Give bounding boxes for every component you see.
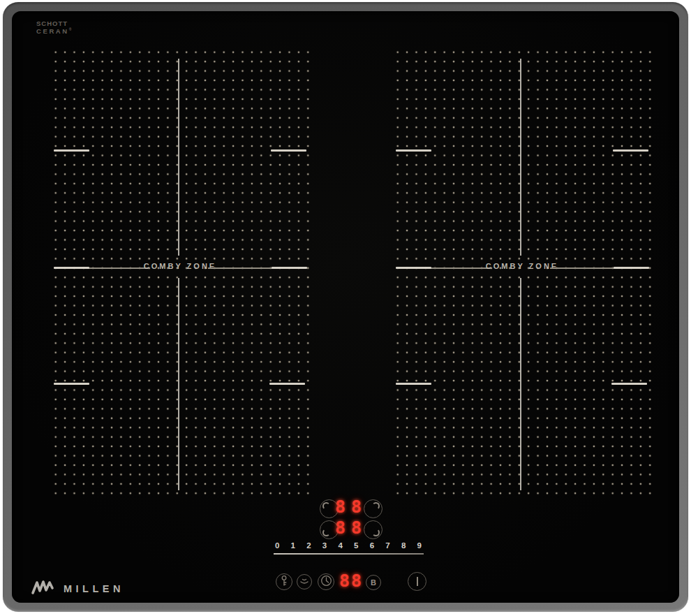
- cooking-zone-left: [49, 45, 311, 497]
- zone-divider-line: [178, 278, 179, 490]
- pot-position-mark: [269, 383, 305, 385]
- pot-position-mark: [54, 267, 89, 269]
- power-slider-digit-7[interactable]: 7: [385, 541, 389, 550]
- power-slider-digit-2[interactable]: 2: [306, 541, 311, 550]
- power-slider-digit-0[interactable]: 0: [275, 541, 279, 550]
- zone-corner-arc-icon: [322, 529, 330, 536]
- pot-position-mark: [272, 267, 307, 269]
- timer-button[interactable]: [318, 573, 334, 590]
- product-photo: SCHOTT CERAN® COMBY ZONE COMBY ZONE 8 8 …: [0, 0, 698, 616]
- pot-position-mark: [54, 383, 89, 385]
- zone-select-rear-right-button[interactable]: [364, 499, 383, 518]
- zone-divider-line: [178, 59, 179, 256]
- pot-position-mark: [614, 267, 649, 269]
- power-slider-digit-9[interactable]: 9: [417, 541, 421, 550]
- power-slider-digit-1[interactable]: 1: [291, 541, 295, 550]
- power-slider-digit-8[interactable]: 8: [401, 541, 406, 550]
- pot-position-mark: [396, 149, 431, 152]
- pot-position-mark: [613, 149, 648, 152]
- power-display-front-left: 8: [335, 519, 346, 537]
- letter-B-badge: B: [371, 579, 376, 587]
- power-display-rear-left: 8: [335, 498, 346, 516]
- power-display-rear-right: 8: [351, 498, 362, 516]
- zone-divider-line: [520, 59, 521, 256]
- schott-text: SCHOTT: [36, 20, 71, 27]
- registered-mark: ®: [69, 27, 72, 31]
- power-line-icon: [417, 577, 418, 586]
- pot-position-mark: [271, 149, 306, 152]
- zone-corner-arc-icon: [322, 502, 330, 510]
- millen-mark-icon: [31, 579, 57, 599]
- zone-select-front-right-button[interactable]: [364, 520, 383, 539]
- millen-logo: MILLEN: [31, 579, 124, 599]
- key-icon: [279, 575, 289, 589]
- ceran-text: CERAN®: [36, 27, 71, 34]
- power-slider-digit-5[interactable]: 5: [354, 541, 358, 550]
- power-slider-track[interactable]: [274, 553, 424, 555]
- millen-wordmark: MILLEN: [64, 583, 124, 594]
- pot-position-mark: [54, 149, 89, 152]
- keep-warm-button[interactable]: [297, 574, 312, 589]
- pot-position-mark: [396, 383, 431, 385]
- power-button[interactable]: [408, 572, 426, 591]
- child-lock-button[interactable]: [276, 573, 292, 590]
- power-display-front-right: 8: [351, 519, 362, 537]
- power-slider-digit-3[interactable]: 3: [322, 541, 327, 550]
- zone-corner-arc-icon: [372, 502, 380, 510]
- power-slider-digit-4[interactable]: 4: [338, 541, 342, 550]
- power-slider-digit-6[interactable]: 6: [370, 541, 374, 550]
- steam-arc-icon: [299, 575, 309, 588]
- pot-position-mark: [396, 267, 431, 269]
- zone-divider-line: [520, 278, 521, 490]
- comby-zone-label-left: COMBY ZONE: [144, 262, 216, 270]
- boost-button[interactable]: B: [366, 575, 381, 590]
- cooking-zone-right: [391, 45, 653, 497]
- timer-display: 88: [339, 572, 363, 590]
- power-slider[interactable]: 0 1 2 3 4 5 6 7 8 9: [275, 541, 422, 550]
- schott-ceran-logo: SCHOTT CERAN®: [36, 20, 71, 34]
- zone-corner-arc-icon: [372, 529, 380, 536]
- comby-zone-label-right: COMBY ZONE: [486, 262, 558, 270]
- pot-position-mark: [611, 383, 647, 385]
- clock-icon: [320, 575, 332, 589]
